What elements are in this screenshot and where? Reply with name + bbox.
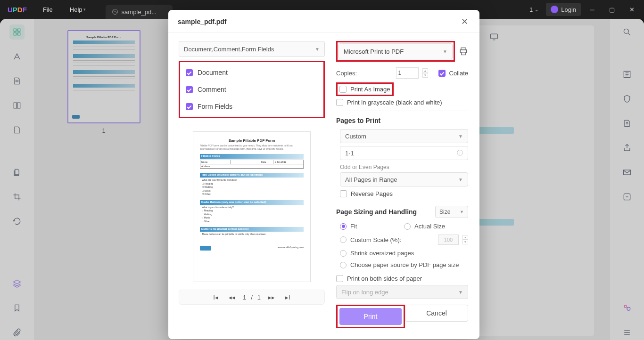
checkbox-checked-icon [186,103,193,110]
reverse-pages-checkbox[interactable] [340,190,347,197]
print-preview: Sample Fillable PDF Form Fillable PDF fo… [193,131,311,282]
scale-shrink-radio[interactable] [340,250,347,257]
scale-source-radio[interactable] [340,262,347,268]
tab-count[interactable]: 1 ⌄ [525,3,543,16]
content-type-select[interactable]: Document,Comment,Form Fields ▼ [179,41,325,57]
copies-up[interactable]: ▴ [422,68,428,73]
scale-percent-input[interactable] [438,235,459,245]
pager-current: 1 [243,294,246,301]
chevron-down-icon: ▼ [443,49,447,54]
beatties-logo-icon [200,246,211,251]
printer-select[interactable]: Microsoft Print to PDF ▼ [339,43,453,59]
pager-total: 1 [257,294,261,301]
pager-next[interactable]: ▸▸ [265,294,278,301]
grayscale-label: Print in grayscale (black and white) [347,99,442,106]
info-icon: ⓘ [457,149,463,157]
reverse-pages-label: Reverse Pages [351,190,393,197]
copies-down[interactable]: ▾ [422,73,428,78]
preview-pager: I◂ ◂◂ 1 / 1 ▸▸ ▸I [179,290,325,305]
login-button[interactable]: Login [546,3,581,16]
odd-even-label: Odd or Even Pages [340,164,468,170]
print-button[interactable]: Print [339,308,402,325]
scale-custom-radio[interactable] [340,236,347,243]
close-icon[interactable]: ✕ [459,16,470,27]
duplex-checkbox[interactable] [336,275,343,282]
menu-help[interactable]: Help▾ [61,0,94,19]
page-range-mode-select[interactable]: Custom▼ [340,129,468,143]
option-comment[interactable]: Comment [181,81,322,98]
pager-first[interactable]: I◂ [210,294,221,301]
size-mode-select[interactable]: Size▼ [435,206,468,218]
scale-down[interactable]: ▾ [462,240,468,244]
pager-prev[interactable]: ◂◂ [226,294,238,301]
pager-last[interactable]: ▸I [282,294,293,301]
scale-up[interactable]: ▴ [462,235,468,240]
content-options-group: Document Comment Form Fields [179,61,325,118]
tab-doc-icon [112,9,118,15]
content-type-value: Document,Comment,Form Fields [184,46,274,53]
copies-label: Copies: [336,70,357,77]
app-logo: UPDF [0,6,34,14]
sizing-title: Page Sizing and Handling [336,208,417,216]
odd-even-select[interactable]: All Pages in Range▼ [340,172,468,186]
printer-value: Microsoft Print to PDF [344,48,404,55]
scale-fit-radio[interactable] [340,223,347,230]
preview-label [179,121,325,126]
cancel-button[interactable]: Cancel [405,305,468,322]
copies-input[interactable] [396,67,419,79]
tab-label: sample_pd... [122,8,157,16]
chevron-down-icon: ▼ [315,47,320,52]
page-range-input[interactable]: 1-1 ⓘ [340,146,468,160]
duplex-label: Print on both sides of paper [347,275,422,282]
pages-to-print-title: Pages to Print [336,117,468,124]
print-as-image-label: Print As Image [350,86,390,93]
checkbox-checked-icon [186,69,193,76]
checkbox-checked-icon [186,86,193,93]
option-document[interactable]: Document [181,64,322,81]
print-as-image-checkbox[interactable] [339,86,347,93]
window-maximize[interactable]: ▢ [603,0,620,19]
scale-actual-radio[interactable] [404,223,411,230]
flip-select: Flip on long edge▼ [336,285,468,299]
document-tab[interactable]: sample_pd... [106,5,173,19]
collate-label: Collate [449,70,468,77]
option-form-fields[interactable]: Form Fields [181,98,322,115]
printer-settings-icon[interactable] [459,47,468,56]
window-minimize[interactable]: ─ [584,0,601,19]
print-dialog: sample_pdf.pdf ✕ Document,Comment,Form F… [168,10,479,339]
window-close[interactable]: ✕ [623,0,640,19]
svg-rect-13 [462,52,465,55]
dialog-title: sample_pdf.pdf [178,18,226,25]
menu-file[interactable]: File [34,0,61,19]
avatar-icon [551,6,558,13]
grayscale-checkbox[interactable] [336,99,343,106]
collate-checkbox[interactable] [438,70,446,77]
